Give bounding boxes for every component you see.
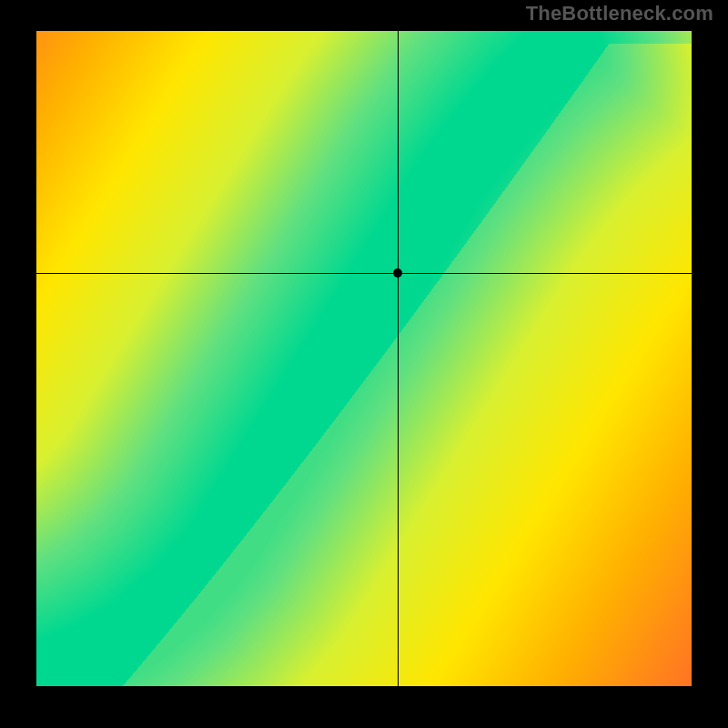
watermark-text: TheBottleneck.com	[526, 2, 713, 25]
heatmap-plot	[36, 31, 692, 686]
crosshair-horizontal	[36, 273, 692, 274]
heatmap-canvas	[36, 31, 692, 686]
crosshair-vertical	[398, 31, 399, 686]
chart-container: TheBottleneck.com	[0, 0, 728, 728]
